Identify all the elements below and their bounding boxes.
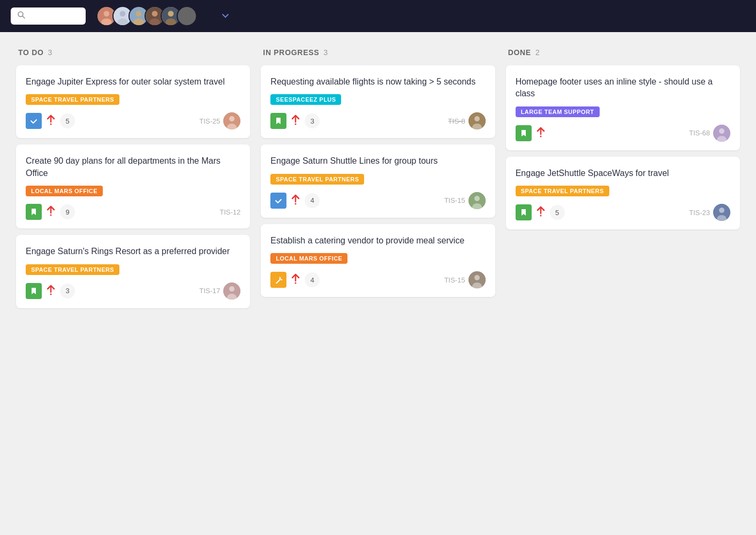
ticket-id: TIS-23 [689,209,710,217]
card-tag[interactable]: SPACE TRAVEL PARTNERS [26,94,119,105]
column-label: TO DO [18,48,44,57]
ticket-id: TIS-68 [689,129,710,137]
card: Engage Saturn Shuttle Lines for group to… [261,144,495,217]
card-tag[interactable]: LOCAL MARS OFFICE [270,253,347,264]
card-tag[interactable]: SEESPACEEZ PLUS [270,94,341,105]
card-tag[interactable]: SPACE TRAVEL PARTNERS [270,174,364,185]
card-footer: 9 TIS-12 [26,204,240,220]
card-tag[interactable]: LOCAL MARS OFFICE [26,186,103,196]
svg-point-13 [149,18,160,26]
svg-point-15 [168,11,174,17]
ticket-id: TIS-15 [444,276,465,284]
card: Establish a catering vendor to provide m… [261,224,495,297]
ticket-id: TIS-15 [444,196,465,204]
avatar-overflow-count[interactable] [177,6,197,26]
svg-point-4 [101,18,112,26]
ticket-id: TIS-17 [199,287,220,295]
bookmark-icon[interactable] [516,204,532,220]
svg-point-24 [229,286,235,292]
svg-point-44 [719,208,724,213]
bookmark-icon[interactable] [26,283,42,299]
svg-point-28 [474,116,480,121]
card: Homepage footer uses an inline style - s… [506,65,740,150]
comment-count: 4 [305,272,320,287]
assignee-avatar [223,112,240,129]
card: Engage Saturn's Rings Resort as a prefer… [16,235,250,308]
comment-count: 4 [305,193,320,208]
svg-point-38 [540,135,541,137]
card-tag[interactable]: LARGE TEAM SUPPORT [516,106,600,117]
card: Requesting available flights is now taki… [261,65,495,138]
svg-point-42 [540,215,541,217]
card: Engage JetShuttle SpaceWays for travel S… [506,157,740,230]
assignee-avatar [713,125,730,142]
card-title: Engage JetShuttle SpaceWays for travel [516,167,730,179]
card-title: Create 90 day plans for all departments … [26,155,240,179]
svg-point-6 [120,11,126,17]
card-title: Engage Jupiter Express for outer solar s… [26,76,240,88]
comment-count: 3 [60,284,75,299]
column-count: 3 [48,48,53,57]
priority-icon [291,114,300,127]
card-footer: 5 TIS-25 [26,112,240,129]
kanban-board: TO DO 3 Engage Jupiter Express for outer… [0,32,756,325]
priority-icon [291,273,300,286]
comment-count: 5 [60,113,75,128]
card: Create 90 day plans for all departments … [16,144,250,228]
check-icon[interactable] [270,193,286,209]
column-header: DONE 2 [506,43,740,65]
column-header: IN PROGRESS 3 [261,43,495,65]
priority-icon [536,127,546,140]
svg-point-36 [474,275,480,280]
column-label: DONE [508,48,531,57]
chevron-down-icon [222,12,229,20]
card: Engage Jupiter Express for outer solar s… [16,65,250,138]
assignee-avatar [468,192,486,209]
column-count: 2 [535,48,540,57]
card-title: Engage Saturn's Rings Resort as a prefer… [26,246,240,257]
priority-icon [46,114,56,127]
svg-point-32 [474,196,480,201]
assignee-avatar [468,271,486,288]
card-footer: 3 TIS-17 [26,282,240,300]
priority-icon [46,285,56,297]
wrench-icon[interactable] [270,272,286,288]
comment-count: 5 [550,205,565,220]
avatar-group[interactable] [96,6,197,26]
column-label: IN PROGRESS [263,48,319,57]
card-footer: TIS-68 [516,125,730,142]
check-icon[interactable] [26,113,42,129]
svg-point-30 [295,203,297,204]
bookmark-icon[interactable] [26,204,42,220]
card-footer: 5 TIS-23 [516,204,730,221]
card-title: Requesting available flights is now taki… [270,76,485,88]
svg-point-12 [152,11,158,17]
search-box[interactable] [11,7,86,25]
card-footer: 4 TIS-15 [270,271,485,288]
assignee-avatar [468,112,486,129]
priority-icon [291,194,300,207]
column-inprogress: IN PROGRESS 3 Requesting available fligh… [255,43,500,303]
svg-point-26 [295,124,297,125]
priority-icon [536,206,546,219]
svg-point-7 [117,18,128,26]
card-tag[interactable]: SPACE TRAVEL PARTNERS [26,264,119,275]
assignee-avatar [223,282,240,300]
filters-button[interactable] [218,12,229,20]
priority-icon [46,205,56,218]
svg-point-16 [165,18,176,26]
column-todo: TO DO 3 Engage Jupiter Express for outer… [11,43,255,315]
bookmark-icon[interactable] [516,125,532,141]
ticket-id: TIS-12 [220,208,240,216]
comment-count: 3 [305,113,320,128]
bookmark-icon[interactable] [270,113,286,129]
svg-point-40 [719,128,724,134]
svg-point-34 [295,282,297,284]
card-footer: 4 TIS-15 [270,192,485,209]
column-header: TO DO 3 [16,43,250,65]
svg-point-19 [229,116,235,121]
assignee-avatar [713,204,730,221]
card-title: Homepage footer uses an inline style - s… [516,76,730,100]
search-icon [17,11,26,21]
card-tag[interactable]: SPACE TRAVEL PARTNERS [516,186,609,196]
